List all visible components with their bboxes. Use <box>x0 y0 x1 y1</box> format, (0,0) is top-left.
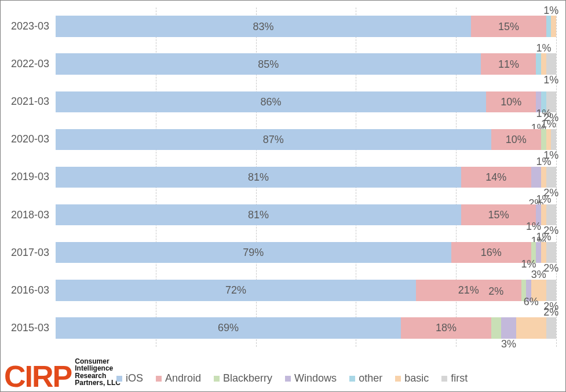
segment-android: 10% <box>486 91 536 112</box>
bar-track: 69%18% <box>56 317 556 338</box>
segment-ios: 87% <box>56 129 491 150</box>
swatch-icon <box>156 376 162 382</box>
data-label: 1% <box>536 232 551 242</box>
segment-windows <box>531 167 541 188</box>
chart-footer: CIRP Consumer Intelligence Research Part… <box>1 346 565 391</box>
data-label: 86% <box>261 96 282 108</box>
data-label: 21% <box>458 284 479 296</box>
legend-item-blackberry: Blackberry <box>214 372 272 384</box>
segment-ios: 85% <box>56 53 481 74</box>
legend: iOS Android Blackberry Windows other bas… <box>116 372 560 384</box>
bar-row: 79%16%1%1%2% <box>56 234 556 272</box>
data-label: 83% <box>253 20 274 32</box>
data-label: 81% <box>248 171 269 183</box>
legend-item-android: Android <box>156 372 201 384</box>
segment-basic <box>546 129 552 150</box>
segment-blackberry <box>541 129 546 150</box>
y-tick-label: 2018-03 <box>1 196 53 234</box>
segment-other <box>536 53 541 74</box>
data-label: 1% <box>543 5 558 16</box>
segment-android: 16% <box>451 242 531 263</box>
segment-ios: 83% <box>56 16 471 36</box>
plot-area: 83%15%1%85%11%1%1%86%10%1%2%87%10%1%1%1%… <box>56 8 556 347</box>
segment-first <box>546 280 556 301</box>
legend-label: first <box>451 372 468 384</box>
legend-label: Blackberry <box>223 372 272 384</box>
y-tick-label: 2023-03 <box>1 8 53 45</box>
segment-windows <box>536 242 541 263</box>
segment-android: 10% <box>491 129 541 150</box>
bar-track: 86%10% <box>56 91 556 112</box>
cirp-logo-mark: CIRP <box>4 365 71 388</box>
swatch-icon <box>116 376 122 382</box>
bar-track: 72%21% <box>56 280 556 301</box>
data-label: 16% <box>481 247 502 259</box>
data-label: 1% <box>536 108 551 119</box>
segment-android: 14% <box>461 167 531 188</box>
segment-first <box>546 204 556 225</box>
segment-first <box>546 167 556 188</box>
swatch-icon <box>349 376 355 382</box>
data-label: 18% <box>436 322 457 334</box>
bar-row: 69%18%2%6%2%3% <box>56 309 556 347</box>
legend-item-windows: Windows <box>285 372 337 384</box>
segment-other <box>546 16 552 36</box>
legend-item-ios: iOS <box>116 372 143 384</box>
brand-line: Partners, LLC <box>75 379 120 387</box>
data-label: 10% <box>501 96 521 108</box>
bar-row: 85%11%1%1% <box>56 45 556 83</box>
bar-row: 83%15%1% <box>56 8 556 45</box>
bar-track: 87%10% <box>56 129 556 150</box>
data-label: 15% <box>488 209 509 221</box>
data-label: 79% <box>243 247 264 259</box>
data-label: 1% <box>541 119 556 129</box>
legend-item-basic: basic <box>395 372 429 384</box>
data-label: 1% <box>536 194 551 204</box>
segment-android: 11% <box>481 53 536 74</box>
data-label: 2% <box>543 307 558 317</box>
segment-android: 15% <box>461 204 536 225</box>
y-tick-label: 2022-03 <box>1 45 53 83</box>
bar-row: 72%21%1%3%2% <box>56 272 556 309</box>
segment-first <box>546 317 556 338</box>
segment-basic <box>541 204 546 225</box>
data-label: 85% <box>258 58 279 70</box>
data-label: 72% <box>225 284 246 296</box>
legend-label: other <box>359 372 382 384</box>
bars: 83%15%1%85%11%1%1%86%10%1%2%87%10%1%1%1%… <box>56 8 556 347</box>
data-label: 87% <box>263 133 284 145</box>
segment-basic <box>541 167 546 188</box>
bar-row: 87%10%1%1%1% <box>56 120 556 158</box>
data-label: 1% <box>536 156 551 167</box>
segment-basic <box>541 53 546 74</box>
segment-android: 18% <box>401 317 491 338</box>
bar-row: 86%10%1%2% <box>56 83 556 120</box>
y-tick-label: 2017-03 <box>1 234 53 272</box>
legend-item-first: first <box>441 372 468 384</box>
data-label: 1% <box>526 221 541 232</box>
data-label: 2% <box>488 286 503 296</box>
swatch-icon <box>285 376 291 382</box>
legend-label: Windows <box>294 372 337 384</box>
swatch-icon <box>214 376 220 382</box>
swatch-icon <box>441 376 447 382</box>
bar-row: 81%14%1%2%2% <box>56 158 556 196</box>
data-label: 14% <box>485 171 506 183</box>
y-axis: 2023-03 2022-03 2021-03 2020-03 2019-03 … <box>1 8 53 347</box>
segment-basic <box>516 317 546 338</box>
segment-ios: 86% <box>56 91 486 112</box>
swatch-icon <box>395 376 401 382</box>
data-label: 1% <box>521 259 536 269</box>
legend-label: iOS <box>126 372 143 384</box>
segment-windows <box>501 317 516 338</box>
data-label: 1% <box>536 43 551 53</box>
bar-track: 83%15% <box>56 16 556 36</box>
data-label: 11% <box>498 58 519 70</box>
y-tick-label: 2015-03 <box>1 309 53 347</box>
segment-ios: 72% <box>56 280 416 301</box>
cirp-logo: CIRP Consumer Intelligence Research Part… <box>4 358 120 388</box>
legend-label: basic <box>404 372 429 384</box>
segment-ios: 81% <box>56 167 461 188</box>
segment-ios: 81% <box>56 204 461 225</box>
bar-track: 81%14% <box>56 167 556 188</box>
